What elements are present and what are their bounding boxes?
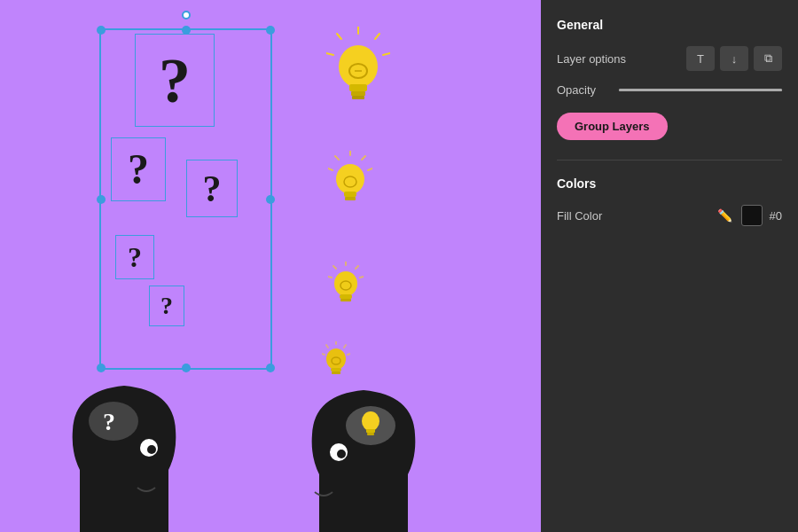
fill-color-hex: #0 (770, 209, 782, 223)
svg-rect-6 (349, 84, 367, 91)
svg-rect-18 (345, 197, 356, 200)
qm-2: ? (128, 148, 149, 191)
svg-rect-26 (340, 294, 352, 299)
svg-line-1 (375, 34, 379, 39)
svg-line-21 (356, 266, 358, 269)
bulb-medium (328, 151, 372, 213)
qm-5: ? (160, 293, 173, 318)
svg-line-4 (326, 53, 333, 55)
svg-line-31 (348, 354, 350, 355)
svg-line-15 (328, 168, 332, 170)
head-left-silhouette: ? (53, 355, 195, 532)
text-icon-btn[interactable]: T (686, 46, 715, 71)
bulb-small (328, 262, 364, 311)
handle-ml[interactable] (97, 195, 106, 204)
panel-divider (557, 160, 782, 160)
handle-tl[interactable] (97, 26, 106, 35)
head-right-silhouette (293, 364, 434, 532)
right-panel: General Layer options T ↓ ⧉ Opacity Grou… (541, 0, 798, 532)
qm-box-5[interactable]: ? (149, 286, 184, 326)
opacity-slider[interactable] (619, 89, 782, 91)
qm-3: ? (203, 170, 222, 207)
svg-line-24 (328, 277, 332, 278)
svg-line-32 (326, 345, 328, 348)
svg-line-30 (344, 345, 346, 348)
handle-rot[interactable] (182, 11, 191, 20)
svg-rect-27 (340, 299, 351, 301)
qm-4: ? (128, 243, 142, 271)
layer-options-row: Layer options T ↓ ⧉ (557, 46, 782, 71)
copy-icon-btn[interactable]: ⧉ (754, 46, 782, 71)
svg-line-33 (322, 354, 325, 355)
svg-point-45 (362, 411, 379, 431)
svg-line-14 (335, 156, 339, 160)
qm-box-1[interactable]: ? (135, 34, 215, 127)
fill-color-row: Fill Color ✏️ #0 (557, 205, 782, 226)
qm-box-2[interactable]: ? (111, 137, 166, 201)
canvas-area[interactable]: ? ? ? ? ? (0, 0, 541, 532)
opacity-row: Opacity (557, 83, 782, 97)
svg-point-16 (336, 164, 364, 194)
svg-line-2 (383, 53, 390, 55)
handle-br[interactable] (266, 364, 275, 372)
layer-options-icons: T ↓ ⧉ (686, 46, 782, 71)
svg-text:?: ? (103, 408, 115, 435)
group-layers-button[interactable]: Group Layers (557, 113, 668, 140)
svg-line-23 (333, 266, 336, 269)
svg-rect-17 (344, 192, 356, 197)
svg-point-43 (337, 450, 346, 458)
svg-rect-46 (366, 429, 375, 433)
svg-point-5 (339, 45, 378, 88)
opacity-label: Opacity (557, 83, 619, 97)
svg-rect-8 (352, 96, 364, 99)
opacity-slider-fill (619, 89, 782, 91)
general-title: General (557, 18, 782, 32)
color-swatch[interactable] (741, 205, 763, 226)
download-icon-btn[interactable]: ↓ (720, 46, 748, 71)
handle-tr[interactable] (266, 26, 275, 35)
fill-color-label: Fill Color (557, 209, 602, 223)
svg-line-12 (362, 156, 365, 160)
bulb-large (326, 27, 390, 115)
svg-rect-47 (367, 433, 374, 435)
fill-color-swatch: ✏️ #0 (716, 205, 782, 226)
svg-line-13 (368, 168, 372, 170)
qm-1: ? (159, 49, 191, 113)
qm-box-3[interactable]: ? (186, 160, 238, 217)
qm-box-4[interactable]: ? (115, 235, 154, 279)
layer-options-label: Layer options (557, 52, 626, 66)
pencil-icon[interactable]: ✏️ (716, 207, 734, 224)
svg-rect-7 (351, 91, 365, 96)
svg-point-39 (147, 445, 156, 454)
colors-title: Colors (557, 176, 782, 191)
handle-mr[interactable] (266, 195, 275, 204)
svg-line-22 (360, 277, 364, 278)
svg-line-3 (337, 34, 341, 39)
svg-point-25 (334, 271, 357, 296)
